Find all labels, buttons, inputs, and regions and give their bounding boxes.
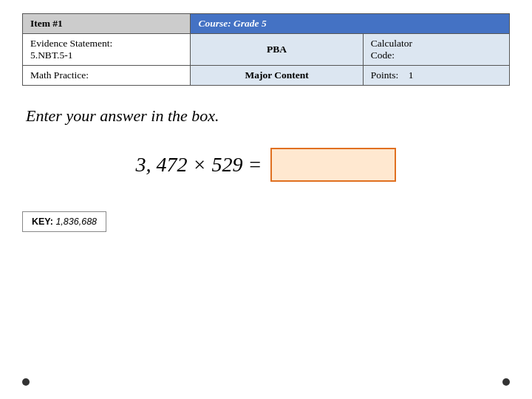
pba-cell: PBA [191, 34, 363, 66]
major-content-cell: Major Content [191, 66, 363, 86]
points-cell: Points: 1 [363, 66, 509, 86]
key-value: 1,836,688 [55, 216, 97, 227]
page-container: Item #1 Course: Grade 5 Evidence Stateme… [0, 0, 532, 399]
instruction-text: Enter your answer in the box. [26, 106, 510, 126]
points-value: 1 [409, 69, 414, 81]
bottom-dot-right [502, 378, 510, 386]
item-header-cell: Item #1 [23, 14, 191, 34]
math-area: 3, 472 × 529 = [22, 148, 510, 182]
info-table: Item #1 Course: Grade 5 Evidence Stateme… [22, 13, 510, 86]
math-expression: 3, 472 × 529 = [136, 153, 262, 177]
bottom-dots [22, 378, 510, 386]
key-section: KEY: 1,836,688 [22, 211, 106, 232]
math-practice-cell: Math Practice: [23, 66, 191, 86]
answer-input[interactable] [270, 148, 396, 182]
course-header-cell: Course: Grade 5 [191, 14, 510, 34]
calculator-cell: CalculatorCode: [363, 34, 509, 66]
points-label: Points: [371, 69, 399, 81]
bottom-dot-left [22, 378, 30, 386]
key-label: KEY: [32, 216, 53, 227]
evidence-cell: Evidence Statement:5.NBT.5-1 [23, 34, 191, 66]
